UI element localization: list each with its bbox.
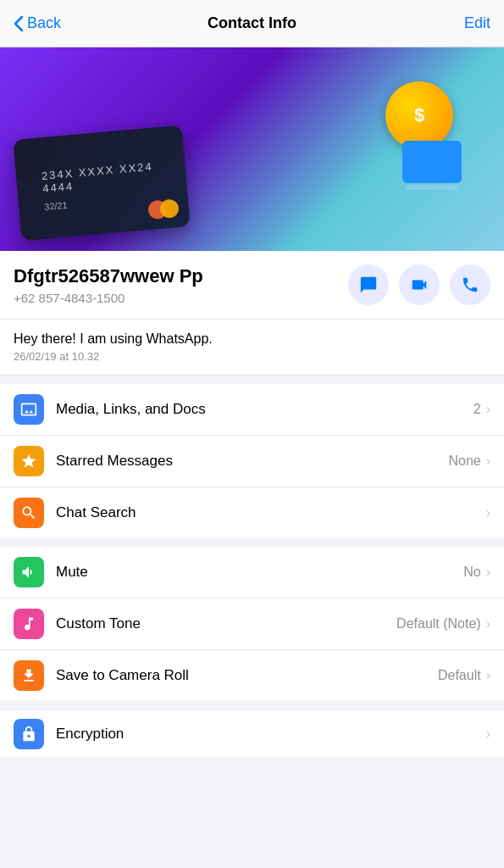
search-icon [20, 504, 37, 521]
mute-icon [14, 557, 44, 587]
media-links-docs-item[interactable]: Media, Links, and Docs 2 › [0, 384, 504, 436]
back-button[interactable]: Back [14, 14, 61, 32]
save-camera-roll-value: Default [438, 668, 481, 683]
contact-name: Dfgtr526587wwew Pp [14, 265, 348, 287]
custom-tone-label: Custom Tone [56, 615, 396, 632]
speaker-icon [20, 564, 37, 581]
list-section-3: Encryption › [0, 711, 504, 757]
chat-search-icon [14, 498, 44, 528]
video-icon [410, 275, 429, 294]
edit-button[interactable]: Edit [464, 14, 490, 32]
save-camera-roll-item[interactable]: Save to Camera Roll Default › [0, 650, 504, 701]
custom-tone-chevron-icon: › [486, 616, 490, 632]
shelf-decoration [385, 141, 479, 200]
chat-search-item[interactable]: Chat Search › [0, 487, 504, 538]
card-date: 32/21 [44, 200, 68, 212]
mute-label: Mute [56, 564, 463, 581]
encryption-item[interactable]: Encryption › [0, 711, 504, 757]
page-title: Contact Info [208, 14, 296, 32]
card-number: 234X XXXX XX24 4444 [41, 157, 186, 195]
list-section-2: Mute No › Custom Tone Default (Note) › S… [0, 547, 504, 701]
lock-icon [20, 726, 37, 743]
custom-tone-value: Default (Note) [396, 616, 481, 632]
media-chevron-icon: › [486, 402, 490, 417]
custom-tone-icon [14, 609, 44, 639]
status-date: 26/02/19 at 10.32 [14, 350, 490, 363]
video-button[interactable] [399, 264, 440, 305]
mute-chevron-icon: › [486, 565, 490, 580]
download-icon [20, 667, 37, 684]
media-icon [14, 394, 44, 425]
list-section-1: Media, Links, and Docs 2 › Starred Messa… [0, 384, 504, 538]
chat-search-chevron-icon: › [486, 505, 490, 520]
starred-messages-value: None [448, 453, 480, 469]
message-icon [359, 275, 378, 294]
mute-item[interactable]: Mute No › [0, 547, 504, 598]
encryption-chevron-icon: › [486, 726, 490, 742]
back-label: Back [27, 14, 61, 32]
contact-info-section: Dfgtr526587wwew Pp +62 857-4843-1500 [0, 251, 504, 320]
contact-details: Dfgtr526587wwew Pp +62 857-4843-1500 [14, 265, 348, 305]
save-camera-roll-icon [14, 660, 44, 691]
starred-messages-label: Starred Messages [56, 453, 448, 470]
music-note-icon [20, 615, 37, 632]
status-section: Hey there! I am using WhatsApp. 26/02/19… [0, 320, 504, 376]
back-chevron-icon [14, 15, 24, 32]
starred-messages-item[interactable]: Starred Messages None › [0, 436, 504, 487]
custom-tone-item[interactable]: Custom Tone Default (Note) › [0, 598, 504, 650]
coin-decoration: $ [385, 81, 453, 149]
photo-icon [20, 401, 37, 418]
starred-icon [14, 446, 44, 476]
star-icon [20, 453, 37, 470]
save-camera-roll-label: Save to Camera Roll [56, 667, 438, 684]
media-links-docs-label: Media, Links, and Docs [56, 401, 474, 418]
media-links-docs-value: 2 [474, 402, 481, 417]
encryption-icon [14, 719, 44, 749]
contact-phone: +62 857-4843-1500 [14, 291, 348, 305]
starred-chevron-icon: › [486, 453, 490, 469]
chat-search-label: Chat Search [56, 504, 481, 521]
message-button[interactable] [348, 264, 389, 305]
navigation-bar: Back Contact Info Edit [0, 0, 504, 47]
mute-value: No [463, 565, 480, 580]
status-text: Hey there! I am using WhatsApp. [14, 331, 490, 347]
section-separator-1 [0, 376, 504, 384]
card-visual: 234X XXXX XX24 4444 32/21 [13, 125, 191, 242]
encryption-label: Encryption [56, 726, 486, 743]
contact-actions [348, 264, 490, 305]
save-camera-roll-chevron-icon: › [486, 668, 490, 683]
contact-header-image: 234X XXXX XX24 4444 32/21 $ [0, 47, 504, 251]
section-separator-2 [0, 538, 504, 547]
phone-button[interactable] [450, 264, 490, 305]
phone-icon [461, 275, 479, 294]
section-separator-3 [0, 703, 504, 711]
